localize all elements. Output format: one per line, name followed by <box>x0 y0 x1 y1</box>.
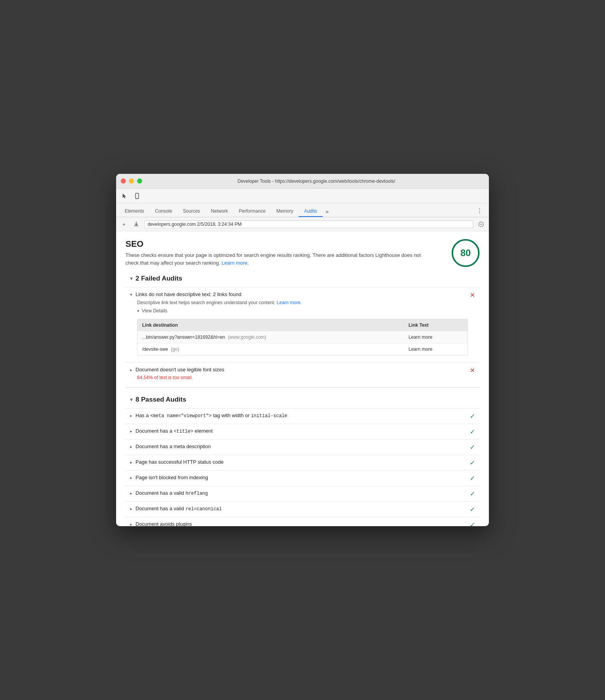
seo-score: 80 <box>461 248 471 258</box>
add-button[interactable]: + <box>119 220 129 229</box>
audit-left-plugins: ▸ Document avoids plugins <box>130 521 467 526</box>
passed-chevron-icon[interactable]: ▾ <box>130 397 132 402</box>
audit-pass-icon-metadesc: ✓ <box>470 444 475 451</box>
audit-item-viewport: ▸ Has a <meta name="viewport"> tag with … <box>125 408 480 424</box>
seo-text-block: SEO These checks ensure that your page i… <box>125 239 428 267</box>
audit-title-canonical: Document has a valid rel=canonical <box>136 506 222 512</box>
audit-row-fonts: ▸ Document doesn't use legible font size… <box>130 367 475 374</box>
links-details-table: Link destination Link Text ...bin/answer… <box>137 319 468 355</box>
audit-expand-plugins-icon[interactable]: ▸ <box>130 522 132 526</box>
devtools-toolbar <box>116 189 489 203</box>
audit-item-fonts: ▸ Document doesn't use legible font size… <box>125 362 480 384</box>
audit-pass-icon-title: ✓ <box>470 428 475 435</box>
audit-expand-links-icon[interactable]: ▾ <box>130 292 132 297</box>
audit-expand-http-icon[interactable]: ▸ <box>130 460 132 465</box>
tab-menu-icon[interactable]: ⋮ <box>473 205 486 217</box>
audit-item-plugins: ▸ Document avoids plugins ✓ <box>125 517 480 526</box>
table-row: ...bin/answer.py?answer=181692&hl=en (ww… <box>137 331 468 343</box>
failed-audits-title: 2 Failed Audits <box>136 275 182 282</box>
seo-description: These checks ensure that your page is op… <box>125 251 428 267</box>
tab-network[interactable]: Network <box>205 206 233 217</box>
passed-audits-header: ▾ 8 Passed Audits <box>130 396 480 404</box>
audit-pass-icon-plugins: ✓ <box>470 521 475 526</box>
col-link-text: Link Text <box>409 322 463 328</box>
audit-expand-metadesc-icon[interactable]: ▸ <box>130 444 132 449</box>
audit-left-hreflang: ▸ Document has a valid hreflang <box>130 490 467 496</box>
table-row: /devsite-swe (go) Learn more <box>137 343 468 355</box>
passed-audits-section: ▾ 8 Passed Audits ▸ Has a <meta name="vi… <box>125 387 480 526</box>
audit-expand-fonts-icon[interactable]: ▸ <box>130 367 132 373</box>
audit-expand-canonical-icon[interactable]: ▸ <box>130 506 132 511</box>
tab-sources[interactable]: Sources <box>177 206 205 217</box>
audit-left-fonts: ▸ Document doesn't use legible font size… <box>130 367 467 373</box>
window-title: Developer Tools - https://developers.goo… <box>148 178 484 184</box>
audit-left-viewport: ▸ Has a <meta name="viewport"> tag with … <box>130 412 467 419</box>
failed-chevron-icon[interactable]: ▾ <box>130 276 132 281</box>
address-input[interactable]: developers.google.com 2/5/2018, 3:24:34 … <box>144 220 473 228</box>
audit-item-metadesc: ▸ Document has a meta description ✓ <box>125 439 480 455</box>
audit-fail-icon-links: ✕ <box>470 291 475 299</box>
download-icon[interactable] <box>132 220 141 229</box>
audit-expand-hreflang-icon[interactable]: ▸ <box>130 491 132 496</box>
audit-expand-title-icon[interactable]: ▸ <box>130 429 132 434</box>
audit-item-http: ▸ Page has successful HTTP status code ✓ <box>125 455 480 470</box>
audit-row-indexing: ▸ Page isn't blocked from indexing ✓ <box>130 475 475 482</box>
audit-learn-more-links[interactable]: Learn more <box>277 300 301 305</box>
audit-row-http: ▸ Page has successful HTTP status code ✓ <box>130 459 475 466</box>
tab-performance[interactable]: Performance <box>233 206 271 217</box>
audit-item-indexing: ▸ Page isn't blocked from indexing ✓ <box>125 470 480 486</box>
view-details-toggle[interactable]: ▾ View Details <box>130 305 475 316</box>
audit-expand-viewport-icon[interactable]: ▸ <box>130 413 132 418</box>
audit-title-plugins: Document avoids plugins <box>136 521 192 526</box>
tab-elements[interactable]: Elements <box>119 206 150 217</box>
audit-row-title: ▸ Document has a <title> element ✓ <box>130 428 475 435</box>
cursor-icon[interactable] <box>119 191 130 201</box>
link-dest-2-secondary: (go) <box>171 347 179 352</box>
audit-title-http: Page has successful HTTP status code <box>136 459 224 465</box>
audit-pass-icon-http: ✓ <box>470 459 475 466</box>
seo-desc-text: These checks ensure that your page is op… <box>125 252 421 266</box>
audit-title-links: Links do not have descriptive text: 2 li… <box>136 291 241 297</box>
link-dest-1-main: ...bin/answer.py?answer=181692&hl=en <box>142 334 225 340</box>
address-bar: + developers.google.com 2/5/2018, 3:24:3… <box>116 217 489 231</box>
stop-icon[interactable] <box>476 220 486 229</box>
audit-row-plugins: ▸ Document avoids plugins ✓ <box>130 521 475 526</box>
tab-console[interactable]: Console <box>150 206 177 217</box>
audit-item-canonical: ▸ Document has a valid rel=canonical ✓ <box>125 501 480 517</box>
col-link-dest: Link destination <box>142 322 409 328</box>
link-text-2: Learn more <box>409 347 463 352</box>
audit-title-viewport: Has a <meta name="viewport"> tag with wi… <box>136 412 287 419</box>
audit-row-hreflang: ▸ Document has a valid hreflang ✓ <box>130 490 475 497</box>
titlebar: Developer Tools - https://developers.goo… <box>116 174 489 189</box>
audit-item-links: ▾ Links do not have descriptive text: 2 … <box>125 287 480 362</box>
traffic-lights <box>121 178 142 184</box>
minimize-button[interactable] <box>129 178 134 184</box>
audit-pass-icon-indexing: ✓ <box>470 475 475 482</box>
audit-pass-icon-hreflang: ✓ <box>470 490 475 497</box>
maximize-button[interactable] <box>137 178 142 184</box>
link-dest-1: ...bin/answer.py?answer=181692&hl=en (ww… <box>142 334 409 340</box>
table-header: Link destination Link Text <box>137 319 468 331</box>
audit-item-hreflang: ▸ Document has a valid hreflang ✓ <box>125 486 480 501</box>
audit-fail-text-fonts: 64.54% of text is too small. <box>130 375 475 380</box>
more-tabs-icon[interactable]: » <box>323 206 332 217</box>
audit-title-title: Document has a <title> element <box>136 428 213 434</box>
audit-left-canonical: ▸ Document has a valid rel=canonical <box>130 506 467 512</box>
close-button[interactable] <box>121 178 126 184</box>
audit-left-metadesc: ▸ Document has a meta description <box>130 444 467 449</box>
mobile-icon[interactable] <box>132 191 143 201</box>
audit-row-viewport: ▸ Has a <meta name="viewport"> tag with … <box>130 412 475 420</box>
audit-item-title: ▸ Document has a <title> element ✓ <box>125 424 480 439</box>
svg-point-1 <box>137 198 137 198</box>
devtools-window: Developer Tools - https://developers.goo… <box>116 174 489 526</box>
audit-expand-indexing-icon[interactable]: ▸ <box>130 475 132 480</box>
audit-row-metadesc: ▸ Document has a meta description ✓ <box>130 444 475 451</box>
passed-audits-title: 8 Passed Audits <box>136 396 186 404</box>
devtools-tabs: Elements Console Sources Network Perform… <box>116 203 489 217</box>
tab-audits[interactable]: Audits <box>299 206 322 217</box>
tab-memory[interactable]: Memory <box>271 206 299 217</box>
failed-audits-header: ▾ 2 Failed Audits <box>130 275 480 282</box>
seo-learn-more-link[interactable]: Learn more <box>222 260 247 266</box>
audit-left-http: ▸ Page has successful HTTP status code <box>130 459 467 465</box>
link-dest-2-main: /devsite-swe <box>142 347 168 352</box>
